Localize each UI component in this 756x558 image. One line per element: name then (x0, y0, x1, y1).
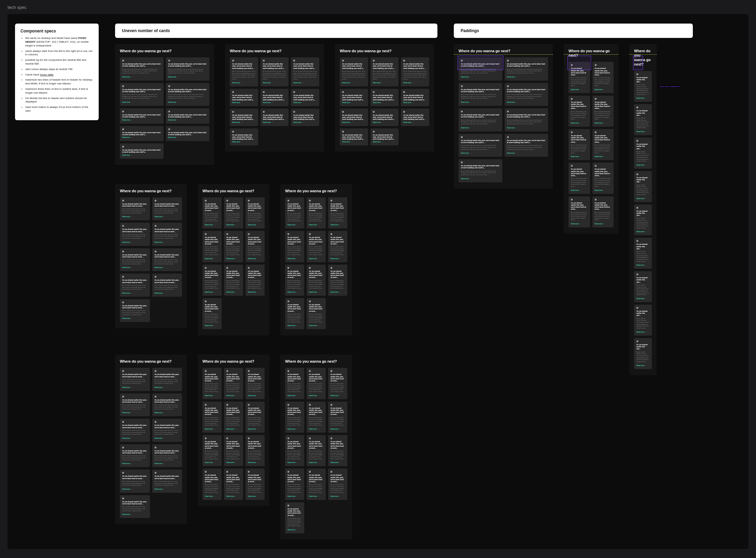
card[interactable]: As we shared earlier this year, we've be… (505, 134, 548, 157)
read-more-link[interactable]: Read more (288, 496, 302, 497)
read-more-link[interactable]: Read more (168, 76, 207, 78)
card[interactable]: As we shared earlier this yea...As we sh… (634, 305, 652, 336)
card[interactable]: As we shared earlier this year, we've be… (120, 495, 150, 518)
read-more-link[interactable]: Read more (507, 152, 546, 154)
read-more-link[interactable]: Read more (122, 137, 161, 138)
card[interactable]: As we shared earlier this year, we've be… (328, 368, 347, 399)
read-more-link[interactable]: Read more (155, 216, 180, 218)
card[interactable]: As we shared earlier this year, we've be… (224, 265, 243, 296)
read-more-link[interactable]: Read more (248, 428, 262, 430)
read-more-link[interactable]: Read more (331, 496, 345, 497)
card[interactable]: As we shared earlier this year, we've be… (120, 299, 150, 322)
card[interactable]: As we shared earlier this year, we've be… (401, 109, 429, 126)
read-more-link[interactable]: Read more (331, 428, 345, 430)
read-more-link[interactable]: Read more (373, 141, 396, 143)
read-more-link[interactable]: Read more (309, 395, 323, 396)
card[interactable]: As we shared earlier this year, we've be… (202, 368, 222, 399)
read-more-link[interactable]: Read more (331, 462, 345, 463)
read-more-link[interactable]: Read more (232, 82, 256, 84)
card[interactable]: As we shared earlier this year, we've be… (459, 159, 502, 182)
read-more-link[interactable]: Read more (636, 298, 649, 299)
read-more-link[interactable]: Read more (263, 122, 286, 123)
card[interactable]: As we shared earlier this year, we've be… (328, 231, 347, 262)
card[interactable]: As we shared earlier this year, we've be… (459, 134, 502, 157)
read-more-link[interactable]: Read more (122, 241, 148, 243)
card[interactable]: As we shared earlier this year, we've be… (120, 83, 164, 106)
card[interactable]: As we shared earlier this year, we've be… (120, 393, 150, 417)
read-more-link[interactable]: Read more (309, 462, 323, 463)
read-more-link[interactable]: Read more (595, 156, 612, 157)
card[interactable]: As we shared earlier this year, we've be… (285, 368, 304, 399)
card[interactable]: As we shared earlier this year, we've be… (224, 402, 243, 433)
card[interactable]: As we shared earlier this year, we've be… (328, 197, 347, 228)
read-more-link[interactable]: Read more (226, 395, 241, 396)
card[interactable]: As we shared earlier this year, we've be… (166, 126, 210, 141)
card[interactable]: As we shared earlier this year, we've be… (569, 62, 590, 93)
card[interactable]: As we shared earlier this year, we've be… (285, 298, 304, 329)
card[interactable]: As we shared earlier this year, we've be… (459, 57, 502, 81)
read-more-link[interactable]: Read more (232, 122, 256, 123)
card[interactable]: As we shared earlier this year, we've be… (230, 57, 258, 86)
card[interactable]: As we shared earlier this yea...As we sh… (634, 338, 652, 369)
read-more-link[interactable]: Read more (288, 224, 302, 226)
read-more-link[interactable]: Read more (122, 267, 148, 268)
card[interactable]: As we shared earlier this year, we've be… (120, 108, 164, 124)
read-more-link[interactable]: Read more (571, 89, 588, 90)
read-more-link[interactable]: Read more (288, 529, 302, 531)
read-more-link[interactable]: Read more (507, 127, 546, 129)
read-more-link[interactable]: Read more (342, 82, 366, 84)
read-more-link[interactable]: Read more (232, 102, 256, 103)
card[interactable]: As we shared earlier this year, we've be… (261, 57, 289, 86)
read-more-link[interactable]: Read more (288, 291, 302, 293)
card[interactable]: As we shared earlier this year, we've be… (152, 223, 182, 246)
read-more-link[interactable]: Read more (309, 291, 323, 293)
card[interactable]: As we shared earlier this year, we've be… (230, 109, 258, 126)
card[interactable]: As we shared earlier this year, we've be… (307, 197, 326, 228)
card[interactable]: As we shared earlier this year, we've be… (459, 108, 502, 131)
card[interactable]: As we shared earlier this year, we've be… (328, 402, 347, 433)
card[interactable]: As we shared earlier this year, we've be… (592, 196, 614, 227)
card[interactable]: As we shared earlier this year, we've be… (120, 223, 150, 246)
read-more-link[interactable]: Read more (248, 462, 262, 463)
card[interactable]: As we shared earlier this year, we've be… (285, 469, 304, 500)
card[interactable]: As we shared earlier this year, we've be… (202, 402, 222, 433)
read-more-link[interactable]: Read more (232, 141, 256, 143)
card[interactable]: As we shared earlier this year, we've be… (340, 109, 368, 126)
card[interactable]: As we shared earlier this year, we've be… (166, 83, 210, 106)
card[interactable]: As we shared earlier this year, we've be… (166, 57, 210, 81)
read-more-link[interactable]: Read more (248, 496, 262, 497)
card[interactable]: As we shared earlier this year, we've be… (307, 265, 326, 296)
read-more-link[interactable]: Read more (122, 76, 161, 78)
card[interactable]: As we shared earlier this year, we've be… (370, 109, 399, 126)
card[interactable]: As we shared earlier this year, we've be… (120, 419, 150, 442)
read-more-link[interactable]: Read more (155, 241, 180, 243)
read-more-link[interactable]: Read more (595, 122, 612, 124)
card[interactable]: As we shared earlier this year, we've be… (246, 402, 265, 433)
read-more-link[interactable]: Read more (403, 122, 427, 123)
read-more-link[interactable]: Read more (168, 137, 207, 138)
read-more-link[interactable]: Read more (571, 223, 588, 225)
read-more-link[interactable]: Read more (342, 141, 366, 143)
read-more-link[interactable]: Read more (461, 152, 500, 154)
read-more-link[interactable]: Read more (288, 462, 302, 463)
card[interactable]: As we shared earlier this year, we've be… (152, 197, 182, 221)
read-more-link[interactable]: Read more (263, 102, 286, 103)
read-more-link[interactable]: Read more (403, 82, 427, 84)
card[interactable]: As we shared earlier this year, we've be… (152, 248, 182, 271)
card[interactable]: As we shared earlier this year, we've be… (166, 108, 210, 124)
card[interactable]: As we shared earlier this year, we've be… (120, 197, 150, 221)
read-more-link[interactable]: Read more (248, 395, 262, 396)
read-more-link[interactable]: Read more (571, 190, 588, 191)
read-more-link[interactable]: Read more (155, 292, 180, 294)
read-more-link[interactable]: Read more (122, 216, 148, 218)
read-more-link[interactable]: Read more (507, 76, 546, 78)
card[interactable]: As we shared earlier this year, we've be… (224, 368, 243, 399)
card[interactable]: As we shared earlier this yea...As we sh… (634, 205, 652, 236)
card[interactable]: As we shared earlier this year, we've be… (592, 129, 614, 160)
read-more-link[interactable]: Read more (403, 102, 427, 103)
card[interactable]: As we shared earlier this year, we've be… (224, 231, 243, 262)
card[interactable]: As we shared earlier this year, we've be… (202, 231, 222, 262)
read-more-link[interactable]: Read more (168, 101, 207, 103)
card[interactable]: As we shared earlier this year, we've be… (340, 57, 368, 86)
read-more-link[interactable]: Read more (288, 258, 302, 260)
